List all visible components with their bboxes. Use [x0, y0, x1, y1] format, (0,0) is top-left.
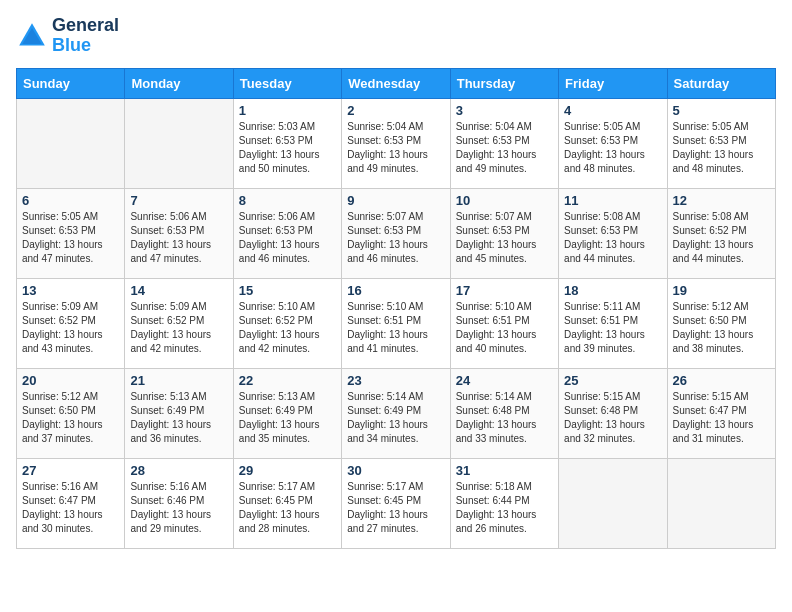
day-info: Sunrise: 5:14 AM Sunset: 6:48 PM Dayligh… [456, 390, 553, 446]
calendar-cell: 11Sunrise: 5:08 AM Sunset: 6:53 PM Dayli… [559, 188, 667, 278]
calendar-week-2: 6Sunrise: 5:05 AM Sunset: 6:53 PM Daylig… [17, 188, 776, 278]
calendar-cell: 27Sunrise: 5:16 AM Sunset: 6:47 PM Dayli… [17, 458, 125, 548]
day-number: 13 [22, 283, 119, 298]
day-number: 18 [564, 283, 661, 298]
calendar-cell: 14Sunrise: 5:09 AM Sunset: 6:52 PM Dayli… [125, 278, 233, 368]
day-number: 5 [673, 103, 770, 118]
day-number: 24 [456, 373, 553, 388]
calendar-week-1: 1Sunrise: 5:03 AM Sunset: 6:53 PM Daylig… [17, 98, 776, 188]
weekday-thursday: Thursday [450, 68, 558, 98]
day-number: 11 [564, 193, 661, 208]
day-info: Sunrise: 5:17 AM Sunset: 6:45 PM Dayligh… [347, 480, 444, 536]
day-info: Sunrise: 5:10 AM Sunset: 6:52 PM Dayligh… [239, 300, 336, 356]
day-info: Sunrise: 5:06 AM Sunset: 6:53 PM Dayligh… [130, 210, 227, 266]
weekday-monday: Monday [125, 68, 233, 98]
day-info: Sunrise: 5:16 AM Sunset: 6:47 PM Dayligh… [22, 480, 119, 536]
day-number: 27 [22, 463, 119, 478]
calendar-cell: 1Sunrise: 5:03 AM Sunset: 6:53 PM Daylig… [233, 98, 341, 188]
day-number: 26 [673, 373, 770, 388]
day-number: 21 [130, 373, 227, 388]
calendar-cell: 26Sunrise: 5:15 AM Sunset: 6:47 PM Dayli… [667, 368, 775, 458]
day-number: 29 [239, 463, 336, 478]
calendar-cell: 5Sunrise: 5:05 AM Sunset: 6:53 PM Daylig… [667, 98, 775, 188]
logo-icon [16, 20, 48, 52]
day-info: Sunrise: 5:04 AM Sunset: 6:53 PM Dayligh… [456, 120, 553, 176]
calendar-cell [125, 98, 233, 188]
day-info: Sunrise: 5:17 AM Sunset: 6:45 PM Dayligh… [239, 480, 336, 536]
calendar-week-5: 27Sunrise: 5:16 AM Sunset: 6:47 PM Dayli… [17, 458, 776, 548]
day-number: 17 [456, 283, 553, 298]
calendar-cell: 7Sunrise: 5:06 AM Sunset: 6:53 PM Daylig… [125, 188, 233, 278]
calendar-table: SundayMondayTuesdayWednesdayThursdayFrid… [16, 68, 776, 549]
weekday-header-row: SundayMondayTuesdayWednesdayThursdayFrid… [17, 68, 776, 98]
calendar-cell [559, 458, 667, 548]
calendar-cell: 13Sunrise: 5:09 AM Sunset: 6:52 PM Dayli… [17, 278, 125, 368]
calendar-cell: 12Sunrise: 5:08 AM Sunset: 6:52 PM Dayli… [667, 188, 775, 278]
day-number: 30 [347, 463, 444, 478]
calendar-cell [667, 458, 775, 548]
calendar-cell: 2Sunrise: 5:04 AM Sunset: 6:53 PM Daylig… [342, 98, 450, 188]
day-info: Sunrise: 5:13 AM Sunset: 6:49 PM Dayligh… [239, 390, 336, 446]
calendar-cell: 20Sunrise: 5:12 AM Sunset: 6:50 PM Dayli… [17, 368, 125, 458]
calendar-week-3: 13Sunrise: 5:09 AM Sunset: 6:52 PM Dayli… [17, 278, 776, 368]
calendar-cell: 31Sunrise: 5:18 AM Sunset: 6:44 PM Dayli… [450, 458, 558, 548]
calendar-week-4: 20Sunrise: 5:12 AM Sunset: 6:50 PM Dayli… [17, 368, 776, 458]
day-info: Sunrise: 5:10 AM Sunset: 6:51 PM Dayligh… [347, 300, 444, 356]
day-info: Sunrise: 5:12 AM Sunset: 6:50 PM Dayligh… [673, 300, 770, 356]
day-info: Sunrise: 5:16 AM Sunset: 6:46 PM Dayligh… [130, 480, 227, 536]
day-number: 22 [239, 373, 336, 388]
day-number: 25 [564, 373, 661, 388]
day-number: 9 [347, 193, 444, 208]
day-info: Sunrise: 5:14 AM Sunset: 6:49 PM Dayligh… [347, 390, 444, 446]
day-number: 10 [456, 193, 553, 208]
day-number: 31 [456, 463, 553, 478]
day-info: Sunrise: 5:05 AM Sunset: 6:53 PM Dayligh… [22, 210, 119, 266]
day-info: Sunrise: 5:07 AM Sunset: 6:53 PM Dayligh… [347, 210, 444, 266]
day-number: 3 [456, 103, 553, 118]
logo: General Blue [16, 16, 119, 56]
day-number: 15 [239, 283, 336, 298]
day-info: Sunrise: 5:18 AM Sunset: 6:44 PM Dayligh… [456, 480, 553, 536]
day-info: Sunrise: 5:06 AM Sunset: 6:53 PM Dayligh… [239, 210, 336, 266]
calendar-cell: 4Sunrise: 5:05 AM Sunset: 6:53 PM Daylig… [559, 98, 667, 188]
calendar-cell: 29Sunrise: 5:17 AM Sunset: 6:45 PM Dayli… [233, 458, 341, 548]
calendar-cell: 23Sunrise: 5:14 AM Sunset: 6:49 PM Dayli… [342, 368, 450, 458]
weekday-friday: Friday [559, 68, 667, 98]
calendar-body: 1Sunrise: 5:03 AM Sunset: 6:53 PM Daylig… [17, 98, 776, 548]
calendar-cell: 16Sunrise: 5:10 AM Sunset: 6:51 PM Dayli… [342, 278, 450, 368]
day-number: 1 [239, 103, 336, 118]
day-info: Sunrise: 5:10 AM Sunset: 6:51 PM Dayligh… [456, 300, 553, 356]
day-number: 14 [130, 283, 227, 298]
calendar-cell: 24Sunrise: 5:14 AM Sunset: 6:48 PM Dayli… [450, 368, 558, 458]
calendar-cell: 28Sunrise: 5:16 AM Sunset: 6:46 PM Dayli… [125, 458, 233, 548]
calendar-cell: 30Sunrise: 5:17 AM Sunset: 6:45 PM Dayli… [342, 458, 450, 548]
calendar-cell [17, 98, 125, 188]
day-number: 20 [22, 373, 119, 388]
day-info: Sunrise: 5:08 AM Sunset: 6:53 PM Dayligh… [564, 210, 661, 266]
calendar-cell: 15Sunrise: 5:10 AM Sunset: 6:52 PM Dayli… [233, 278, 341, 368]
day-info: Sunrise: 5:04 AM Sunset: 6:53 PM Dayligh… [347, 120, 444, 176]
day-info: Sunrise: 5:15 AM Sunset: 6:48 PM Dayligh… [564, 390, 661, 446]
day-info: Sunrise: 5:07 AM Sunset: 6:53 PM Dayligh… [456, 210, 553, 266]
day-info: Sunrise: 5:05 AM Sunset: 6:53 PM Dayligh… [673, 120, 770, 176]
weekday-sunday: Sunday [17, 68, 125, 98]
weekday-wednesday: Wednesday [342, 68, 450, 98]
day-number: 6 [22, 193, 119, 208]
calendar-cell: 25Sunrise: 5:15 AM Sunset: 6:48 PM Dayli… [559, 368, 667, 458]
day-number: 19 [673, 283, 770, 298]
day-number: 12 [673, 193, 770, 208]
weekday-saturday: Saturday [667, 68, 775, 98]
calendar-cell: 18Sunrise: 5:11 AM Sunset: 6:51 PM Dayli… [559, 278, 667, 368]
day-info: Sunrise: 5:09 AM Sunset: 6:52 PM Dayligh… [130, 300, 227, 356]
calendar-cell: 21Sunrise: 5:13 AM Sunset: 6:49 PM Dayli… [125, 368, 233, 458]
day-number: 8 [239, 193, 336, 208]
day-info: Sunrise: 5:08 AM Sunset: 6:52 PM Dayligh… [673, 210, 770, 266]
day-info: Sunrise: 5:05 AM Sunset: 6:53 PM Dayligh… [564, 120, 661, 176]
weekday-tuesday: Tuesday [233, 68, 341, 98]
day-number: 28 [130, 463, 227, 478]
calendar-cell: 10Sunrise: 5:07 AM Sunset: 6:53 PM Dayli… [450, 188, 558, 278]
day-info: Sunrise: 5:15 AM Sunset: 6:47 PM Dayligh… [673, 390, 770, 446]
day-info: Sunrise: 5:09 AM Sunset: 6:52 PM Dayligh… [22, 300, 119, 356]
day-number: 2 [347, 103, 444, 118]
logo-text: General Blue [52, 16, 119, 56]
